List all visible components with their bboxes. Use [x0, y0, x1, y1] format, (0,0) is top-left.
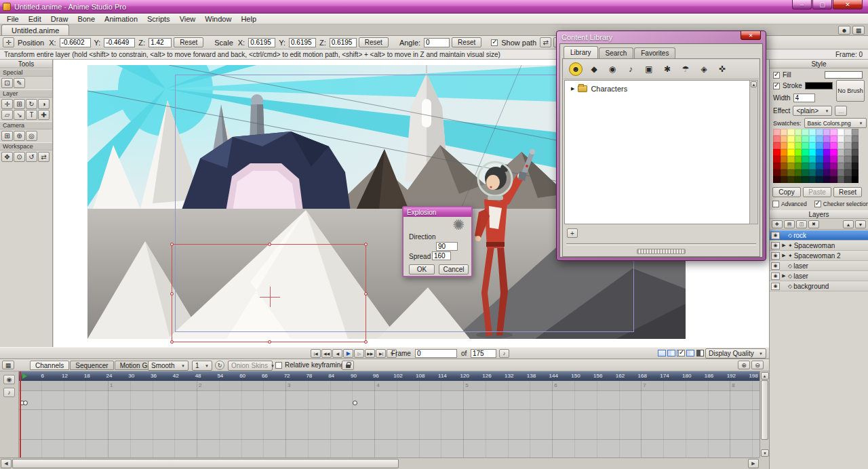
- swatch-3-9[interactable]: [837, 149, 845, 156]
- no-brush-button[interactable]: No Brush: [836, 80, 865, 102]
- layer-row-5[interactable]: ◉◇background: [770, 281, 868, 291]
- shear-layer-tool[interactable]: ▱: [1, 110, 13, 120]
- display-quality-dropdown[interactable]: Display Quality ▼: [705, 348, 766, 359]
- swatch-3-3[interactable]: [795, 149, 802, 156]
- swatch-4-11[interactable]: [852, 156, 859, 163]
- playback-start-marker[interactable]: [22, 373, 27, 379]
- view-layout-4-button[interactable]: [686, 350, 694, 356]
- scroll-left-icon[interactable]: ◀: [1, 459, 12, 468]
- swatch-1-6[interactable]: [816, 136, 823, 142]
- keyframe-frame-90[interactable]: [353, 401, 357, 405]
- audio-track-icon[interactable]: ♪: [3, 388, 15, 397]
- step-back-button[interactable]: ◀: [332, 349, 342, 358]
- swatch-6-7[interactable]: [823, 169, 831, 176]
- content-library-window[interactable]: Content Library ✕ LibrarySearchFavorites…: [556, 30, 766, 261]
- swatch-7-7[interactable]: [823, 176, 831, 183]
- scale-z-input[interactable]: [330, 38, 357, 47]
- swatch-2-3[interactable]: [795, 142, 802, 149]
- swatch-2-5[interactable]: [809, 142, 816, 149]
- swatch-4-9[interactable]: [837, 156, 845, 163]
- layer-row-4[interactable]: ◉▶◇laser: [770, 271, 868, 281]
- menu-item-edit[interactable]: Edit: [24, 14, 46, 24]
- swatch-0-7[interactable]: [823, 129, 831, 136]
- content-library-close-button[interactable]: ✕: [741, 31, 761, 40]
- characters-category-icon[interactable]: ☻: [569, 62, 583, 76]
- scroll-up-icon[interactable]: ▲: [761, 372, 769, 380]
- layer-visibility-eye-icon[interactable]: ◉: [771, 272, 780, 280]
- swatch-2-4[interactable]: [802, 142, 809, 149]
- quality-checkbox[interactable]: [678, 350, 685, 356]
- 3d-category-icon[interactable]: ◈: [697, 62, 711, 76]
- swatch-0-1[interactable]: [781, 129, 788, 136]
- select-shape-tool[interactable]: ✎: [14, 78, 25, 88]
- zoom-workspace-tool[interactable]: ⊙: [14, 152, 25, 162]
- swatch-6-11[interactable]: [852, 169, 859, 176]
- half-quality-icon[interactable]: [696, 350, 704, 356]
- swatch-2-7[interactable]: [823, 142, 831, 149]
- view-layout-2-button[interactable]: [667, 350, 675, 356]
- layer-row-1[interactable]: ◉▶✦Spacewoman: [770, 241, 868, 251]
- flip-layer-tool[interactable]: ◑: [38, 99, 50, 109]
- show-path-checkbox[interactable]: [491, 39, 498, 46]
- new-layer-button[interactable]: ✚: [772, 220, 783, 228]
- swatch-3-0[interactable]: [773, 149, 781, 156]
- swatch-7-0[interactable]: [773, 176, 781, 183]
- position-reset-button[interactable]: Reset: [174, 37, 203, 47]
- swatch-5-1[interactable]: [781, 163, 788, 169]
- spread-input[interactable]: [432, 251, 451, 260]
- onion-skins-dropdown[interactable]: Onion Skins▼: [228, 361, 273, 371]
- selection-handle[interactable]: [364, 292, 368, 295]
- horizontal-scroll-thumb[interactable]: [12, 459, 399, 468]
- layer-visibility-eye-icon[interactable]: ◉: [771, 283, 780, 290]
- fill-color-swatch[interactable]: [825, 71, 863, 79]
- swatch-0-3[interactable]: [795, 129, 802, 136]
- audio-category-icon[interactable]: ♪: [624, 62, 637, 76]
- content-library-scroll-groove[interactable]: [566, 243, 756, 245]
- rewind-button[interactable]: |◀: [311, 349, 321, 358]
- playhead[interactable]: [20, 371, 21, 457]
- swatch-5-8[interactable]: [830, 163, 837, 169]
- user-profile-button[interactable]: ☻: [838, 26, 850, 35]
- layer-visibility-eye-icon[interactable]: ◉: [771, 242, 780, 249]
- layer-expand-arrow-icon[interactable]: ▶: [781, 273, 787, 279]
- scale-y-input[interactable]: [289, 38, 316, 47]
- menu-item-bone[interactable]: Bone: [73, 14, 100, 24]
- transform-layer-tool[interactable]: ⊡: [1, 78, 13, 88]
- next-keyframe-button[interactable]: ▶▶: [365, 349, 375, 358]
- swatch-0-6[interactable]: [816, 129, 823, 136]
- scale-reset-button[interactable]: Reset: [359, 37, 389, 47]
- swatch-3-1[interactable]: [781, 149, 788, 156]
- swatch-4-1[interactable]: [781, 156, 788, 163]
- roll-camera-tool[interactable]: ◎: [26, 131, 37, 141]
- transform-tool-icon[interactable]: ✛: [3, 37, 14, 47]
- swatch-6-4[interactable]: [802, 169, 809, 176]
- scroll-up-icon[interactable]: ▲: [751, 81, 757, 87]
- duplicate-layer-button[interactable]: ◫: [796, 220, 807, 228]
- rotate-layer-xy-tool[interactable]: ↘: [14, 110, 25, 120]
- position-z-input[interactable]: [149, 38, 172, 47]
- timeline-tab-sequencer[interactable]: Sequencer: [70, 361, 113, 370]
- delete-layer-button[interactable]: ✖: [808, 220, 819, 228]
- menu-item-window[interactable]: Window: [200, 14, 236, 24]
- mute-button[interactable]: ♪: [499, 349, 509, 358]
- swatch-1-10[interactable]: [844, 136, 852, 142]
- swatch-7-9[interactable]: [837, 176, 845, 183]
- selection-handle[interactable]: [170, 243, 174, 246]
- content-tree[interactable]: ▶Characters: [564, 80, 755, 224]
- play-button[interactable]: ▶: [343, 349, 353, 358]
- swatch-0-5[interactable]: [809, 129, 816, 136]
- timeline-corner-button[interactable]: ▦: [2, 361, 14, 369]
- effect-more-button[interactable]: ...: [835, 106, 847, 116]
- swatch-4-2[interactable]: [787, 156, 795, 163]
- menu-item-scripts[interactable]: Scripts: [142, 14, 175, 24]
- swatch-4-10[interactable]: [844, 156, 852, 163]
- swatch-1-8[interactable]: [830, 136, 837, 142]
- swatch-1-7[interactable]: [823, 136, 831, 142]
- rotate-workspace-tool[interactable]: ↺: [26, 152, 37, 162]
- scroll-right-icon[interactable]: ▶: [748, 459, 759, 468]
- swatch-2-10[interactable]: [844, 142, 852, 149]
- swatch-5-9[interactable]: [837, 163, 845, 169]
- swatch-6-9[interactable]: [837, 169, 845, 176]
- explosion-dialog[interactable]: Explosion Direction ✺ Spread OK Cancel: [402, 206, 473, 277]
- content-tab-library[interactable]: Library: [564, 46, 598, 58]
